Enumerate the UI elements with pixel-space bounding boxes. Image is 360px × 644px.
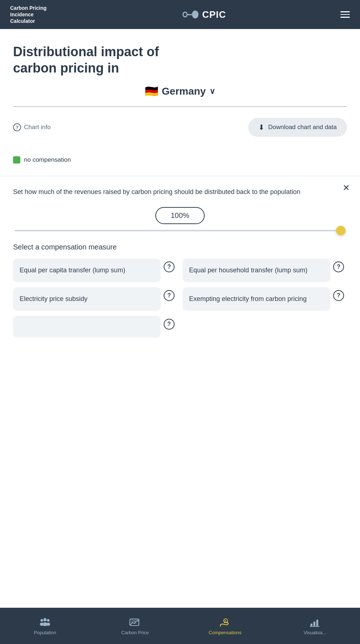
panel-close-button[interactable]: ✕: [343, 183, 350, 192]
compensation-card-exempt-electricity[interactable]: Exempting electricity from carbon pricin…: [183, 287, 330, 311]
logo-circle-right: [192, 11, 199, 18]
page-title: Distributional impact of carbon pricing …: [13, 44, 347, 76]
chart-toolbar: ? Chart info ⬇ Download chart and data: [13, 118, 347, 137]
compensation-section-title: Select a compensation measure: [13, 243, 347, 251]
slider-track: [15, 230, 345, 231]
compensation-option-equal-per-household: Equal per household transfer (lump sum) …: [183, 259, 347, 282]
population-icon: [39, 618, 51, 628]
country-selector-button[interactable]: 🇩🇪 Germany ∨: [13, 85, 347, 98]
download-icon: ⬇: [258, 123, 265, 132]
percent-value: 100%: [155, 207, 204, 224]
bottom-navigation: Population Carbon Price $ Compensations …: [0, 608, 360, 644]
legend-label: no compensation: [24, 156, 71, 164]
help-icon: ?: [164, 261, 175, 272]
compensation-card-equal-per-household[interactable]: Equal per household transfer (lump sum): [183, 259, 330, 282]
nav-item-carbon-price[interactable]: Carbon Price: [90, 608, 180, 644]
download-label: Download chart and data: [268, 124, 337, 131]
compensation-panel: ✕ Set how much of the revenues raised by…: [0, 176, 360, 348]
download-button[interactable]: ⬇ Download chart and data: [248, 118, 347, 137]
nav-item-compensations[interactable]: $ Compensations: [180, 608, 270, 644]
compensation-card-equal-per-capita[interactable]: Equal per capita transfer (lump sum): [13, 259, 161, 282]
info-icon: ?: [13, 123, 21, 131]
svg-rect-13: [316, 620, 318, 626]
visualisation-icon: [309, 618, 321, 628]
chart-info-label: Chart info: [24, 124, 51, 131]
nav-item-population[interactable]: Population: [0, 608, 90, 644]
legend-color-swatch: [13, 156, 20, 164]
panel-description: Set how much of the revenues raised by c…: [13, 187, 347, 197]
menu-line-1: [340, 11, 350, 12]
svg-rect-12: [314, 622, 315, 626]
logo-icon: [183, 11, 199, 18]
svg-point-4: [47, 619, 49, 622]
compensations-icon: $: [219, 618, 231, 628]
chevron-down-icon: ∨: [209, 87, 215, 96]
help-icon: ?: [333, 290, 344, 301]
menu-line-2: [340, 14, 350, 15]
nav-label-population: Population: [34, 630, 56, 635]
revenue-slider[interactable]: [13, 230, 347, 231]
logo-text: CPIC: [202, 9, 226, 20]
logo-line: [188, 14, 192, 15]
legend: no compensation: [13, 151, 347, 169]
compensation-option-exempt-electricity: Exempting electricity from carbon pricin…: [183, 287, 347, 311]
help-icon: ?: [333, 261, 344, 272]
hamburger-menu-button[interactable]: [340, 11, 350, 18]
nav-label-visualisation: Visualisa...: [304, 630, 327, 635]
app-title: Carbon Pricing Incidence Calculator: [10, 5, 68, 25]
compensation-options-grid: Equal per capita transfer (lump sum) ? E…: [13, 259, 347, 338]
country-flag: 🇩🇪: [145, 85, 158, 98]
compensation-help-equal-per-capita[interactable]: ?: [161, 259, 177, 282]
svg-rect-6: [130, 619, 139, 626]
compensation-card-electricity-subsidy[interactable]: Electricity price subsidy: [13, 287, 161, 311]
menu-line-3: [340, 17, 350, 18]
compensation-card-partial[interactable]: [13, 316, 161, 338]
carbon-price-icon: [129, 618, 141, 628]
logo-circle-left: [183, 12, 188, 17]
divider: [13, 106, 347, 107]
logo: CPIC: [183, 9, 226, 20]
compensation-help-equal-per-household[interactable]: ?: [330, 259, 347, 282]
compensation-help-partial[interactable]: ?: [161, 316, 177, 338]
slider-thumb[interactable]: [336, 226, 345, 235]
slider-fill: [15, 230, 332, 231]
svg-point-5: [46, 623, 50, 626]
svg-point-0: [41, 619, 43, 622]
help-icon: ?: [164, 319, 175, 330]
compensation-option-electricity-subsidy: Electricity price subsidy ?: [13, 287, 177, 311]
country-name: Germany: [162, 86, 206, 97]
svg-point-2: [44, 618, 47, 621]
chart-info-button[interactable]: ? Chart info: [13, 123, 51, 131]
compensation-help-exempt-electricity[interactable]: ?: [330, 287, 347, 311]
help-icon: ?: [164, 290, 175, 301]
percent-display: 100%: [13, 207, 347, 224]
svg-rect-11: [311, 623, 312, 626]
nav-label-compensations: Compensations: [209, 630, 241, 635]
nav-label-carbon-price: Carbon Price: [121, 630, 149, 635]
compensation-option-partial: ?: [13, 316, 177, 338]
app-header: Carbon Pricing Incidence Calculator CPIC: [0, 0, 360, 29]
svg-text:$: $: [225, 620, 226, 623]
main-content: Distributional impact of carbon pricing …: [0, 29, 360, 176]
compensation-help-electricity-subsidy[interactable]: ?: [161, 287, 177, 311]
compensation-option-equal-per-capita: Equal per capita transfer (lump sum) ?: [13, 259, 177, 282]
nav-item-visualisation[interactable]: Visualisa...: [270, 608, 360, 644]
